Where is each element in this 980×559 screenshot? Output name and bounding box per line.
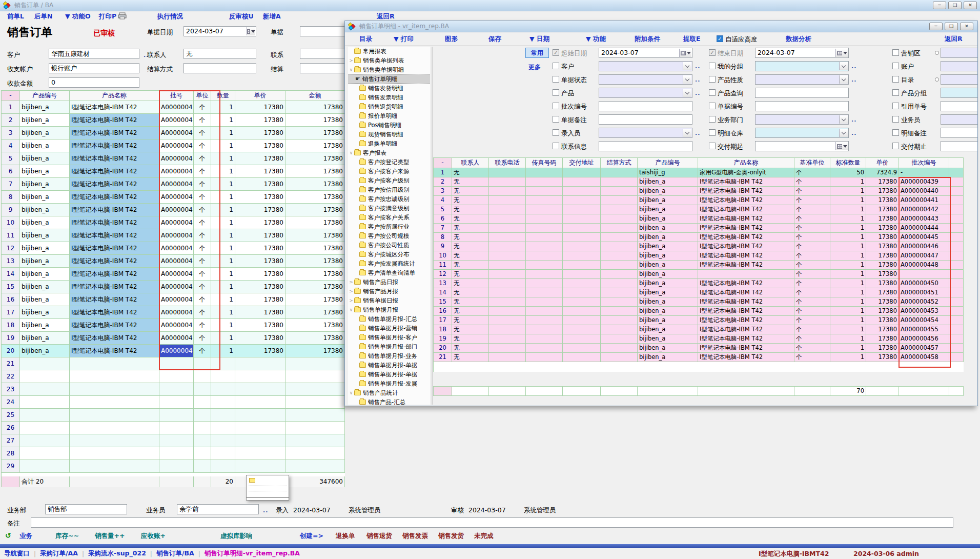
fg-cell-r14-c0[interactable]: 14: [434, 288, 452, 297]
bg-cell-r7-c1[interactable]: bijiben_a: [20, 178, 70, 191]
filter-checkbox-营销区[interactable]: [892, 49, 899, 56]
bg-cell-r4-c3[interactable]: A000000442: [159, 139, 194, 152]
bg-cell-r8-c2[interactable]: I型笔记本电脑-IBM T42: [70, 191, 159, 204]
bg-cell-r13-c1[interactable]: bijiben_a: [20, 255, 70, 268]
salesman-input[interactable]: 余学前: [177, 504, 259, 514]
bg-cell-r6-c7[interactable]: 17380: [285, 165, 345, 178]
fg-cell-r13-c0[interactable]: 13: [434, 279, 452, 288]
combo-arrow-icon[interactable]: [683, 89, 691, 97]
fg-cell-r7-c5[interactable]: [601, 224, 638, 233]
fg-cell-r16-c12[interactable]: [949, 307, 964, 316]
fg-col-header-4[interactable]: 交付地址: [563, 158, 601, 168]
fg-cell-r4-c7[interactable]: I型笔记本电脑-IBM T42: [698, 196, 794, 205]
fg-cell-r20-c0[interactable]: 20: [434, 344, 452, 353]
tree-item-客户按登记类型[interactable]: 客户按登记类型: [348, 157, 430, 167]
fg-cell-r4-c6[interactable]: bijiben_a: [638, 196, 698, 205]
bg-menu-功能O[interactable]: ▼ 功能O: [65, 12, 91, 21]
filter-input-单据备注[interactable]: [599, 114, 692, 125]
filter-combo-单据状态[interactable]: [599, 74, 692, 85]
bg-cell-r9-c2[interactable]: I型笔记本电脑-IBM T42: [70, 204, 159, 216]
fg-cell-r1-c6[interactable]: taishiji_g: [638, 168, 698, 177]
tree-item-客户按忠诚级别[interactable]: 客户按忠诚级别: [348, 194, 430, 204]
bg-cell-r13-c3[interactable]: A000000451: [159, 255, 194, 268]
combo-arrow-icon[interactable]: [683, 75, 691, 84]
chevron-right-icon[interactable]: >: [348, 287, 354, 296]
tree-item-客户报表[interactable]: ∨客户报表: [348, 148, 430, 157]
bg-col-header-5[interactable]: 数量: [211, 91, 235, 101]
fg-cell-r20-c10[interactable]: 17380: [866, 344, 899, 353]
fg-cell-r12-c8[interactable]: 个: [794, 270, 830, 279]
bg-contact-input[interactable]: 无: [183, 49, 256, 59]
fg-cell-r13-c3[interactable]: [526, 279, 563, 288]
bg-cell-r15-c4[interactable]: 个: [194, 281, 211, 293]
filter-lookup-dots[interactable]: ..: [851, 130, 856, 136]
fg-cell-r17-c11[interactable]: A000000454: [899, 316, 949, 325]
fg-cell-r18-c0[interactable]: 18: [434, 325, 452, 334]
fg-cell-r20-c5[interactable]: [601, 344, 638, 353]
bg-cell-r7-c3[interactable]: A000000445: [159, 178, 194, 191]
fg-cell-r20-c9[interactable]: 1: [830, 344, 866, 353]
fg-cell-r20-c1[interactable]: 无: [452, 344, 489, 353]
filter-checkbox-批次编号[interactable]: [553, 103, 559, 109]
fg-cell-r3-c3[interactable]: [526, 187, 563, 196]
fg-cell-r9-c12[interactable]: [949, 242, 964, 251]
bg-cell-empty-r21-c4[interactable]: [194, 357, 211, 370]
fg-cell-r10-c5[interactable]: [601, 251, 638, 261]
fg-cell-r8-c4[interactable]: [563, 233, 601, 242]
fg-cell-r1-c12[interactable]: [949, 168, 964, 177]
bg-cell-empty-r22-c2[interactable]: [70, 370, 159, 383]
bg-cell-r3-c5[interactable]: 1: [211, 127, 235, 139]
fg-cell-r4-c2[interactable]: [489, 196, 526, 205]
bg-cell-r18-c6[interactable]: 17380: [235, 319, 285, 332]
fg-cell-r13-c11[interactable]: A000000450: [899, 279, 949, 288]
fg-col-header-6[interactable]: 产品编号: [638, 158, 698, 168]
fg-cell-r18-c7[interactable]: I型笔记本电脑-IBM T42: [698, 325, 794, 334]
bg-cell-r17-c2[interactable]: I型笔记本电脑-IBM T42: [70, 306, 159, 319]
bg-cell-empty-r24-c3[interactable]: [159, 396, 194, 409]
fg-cell-r5-c9[interactable]: 1: [830, 205, 866, 214]
tree-item-销售单据月报-客户[interactable]: 销售单据月报-客户: [348, 333, 430, 342]
fg-cell-r12-c0[interactable]: 12: [434, 270, 452, 279]
chevron-right-icon[interactable]: >: [348, 277, 354, 287]
fg-cell-r20-c7[interactable]: I型笔记本电脑-IBM T42: [698, 344, 794, 353]
bg-cell-r17-c7[interactable]: 17380: [285, 306, 345, 319]
fg-cell-r7-c9[interactable]: 1: [830, 224, 866, 233]
bg-cell-r1-c2[interactable]: I型笔记本电脑-IBM T42: [70, 101, 159, 114]
filter-combo-业务部门[interactable]: [755, 114, 849, 125]
bg-cell-r14-c6[interactable]: 17380: [235, 268, 285, 281]
fg-cell-r1-c5[interactable]: [601, 168, 638, 177]
fg-cell-r1-c3[interactable]: [526, 168, 563, 177]
fg-cell-r7-c0[interactable]: 7: [434, 224, 452, 233]
fg-cell-r17-c8[interactable]: 个: [794, 316, 830, 325]
fg-cell-r18-c4[interactable]: [563, 325, 601, 334]
fg-cell-r18-c11[interactable]: A000000455: [899, 325, 949, 334]
bg-cell-r15-c6[interactable]: 17380: [235, 281, 285, 293]
taskbar-item-2[interactable]: 采购流水-sup_022: [88, 549, 146, 558]
bg-cell-r12-c7[interactable]: 17380: [285, 242, 345, 255]
bg-cell-r6-c1[interactable]: bijiben_a: [20, 165, 70, 178]
bg-cell-empty-r27-c0[interactable]: 27: [2, 434, 20, 447]
bg-cell-empty-r27-c4[interactable]: [194, 434, 211, 447]
fg-cell-r7-c1[interactable]: 无: [452, 224, 489, 233]
filter-date-交付期止[interactable]: [941, 141, 978, 151]
bg-cell-r18-c4[interactable]: 个: [194, 319, 211, 332]
filter-checkbox-起始日期[interactable]: ✓: [553, 49, 559, 56]
fg-col-header-8[interactable]: 基准单位: [794, 158, 830, 168]
fg-cell-r21-c7[interactable]: I型笔记本电脑-IBM T42: [698, 353, 794, 362]
fg-cell-r10-c8[interactable]: 个: [794, 251, 830, 261]
fg-cell-r14-c12[interactable]: [949, 288, 964, 297]
bg-cell-empty-r23-c5[interactable]: [211, 383, 235, 396]
fg-cell-r3-c6[interactable]: bijiben_a: [638, 187, 698, 196]
filter-checkbox-产品性质[interactable]: [709, 76, 716, 83]
bg-cell-empty-r23-c4[interactable]: [194, 383, 211, 396]
bg-cell-r2-c6[interactable]: 17380: [235, 114, 285, 127]
fg-cell-r3-c4[interactable]: [563, 187, 601, 196]
fg-cell-r8-c11[interactable]: A000000445: [899, 233, 949, 242]
bg-cell-r4-c2[interactable]: I型笔记本电脑-IBM T42: [70, 139, 159, 152]
fg-cell-r15-c2[interactable]: [489, 297, 526, 307]
bg-cell-r4-c5[interactable]: 1: [211, 139, 235, 152]
bg-cell-r9-c1[interactable]: bijiben_a: [20, 204, 70, 216]
fg-cell-r8-c9[interactable]: 1: [830, 233, 866, 242]
tree-item-销售订单明细[interactable]: ☛销售订单明细: [348, 74, 430, 84]
fg-cell-r1-c7[interactable]: 家用G型电脑-金奥-onlyit: [698, 168, 794, 177]
